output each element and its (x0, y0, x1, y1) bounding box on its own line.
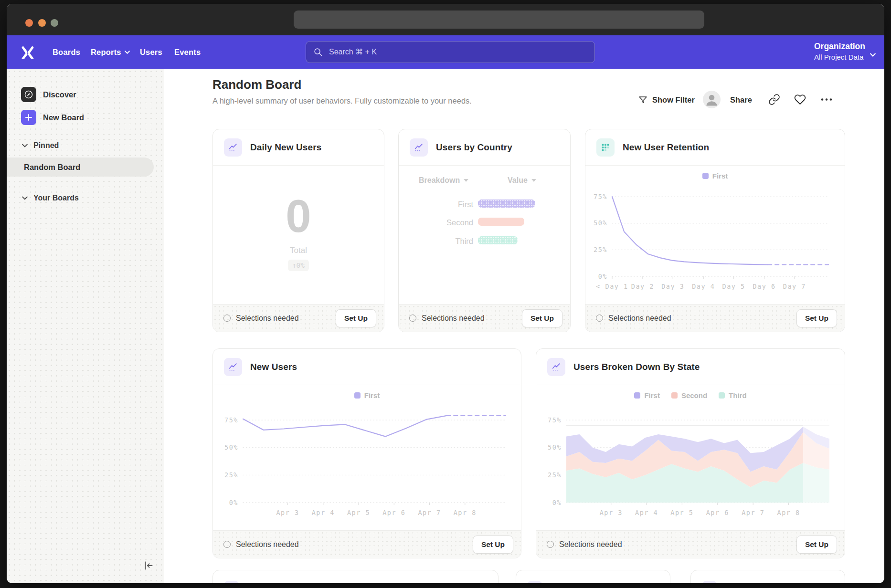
card-header: Insights Report (516, 570, 670, 583)
chart-legend: First Second Third (536, 389, 845, 401)
favorite-heart-icon[interactable] (794, 94, 806, 107)
app-window: Boards Reports Users Events (7, 4, 884, 583)
card-header: Stacked Line Graph (213, 570, 498, 583)
svg-text:Apr 6: Apr 6 (382, 509, 405, 516)
search-input[interactable] (328, 47, 594, 57)
value-bar (478, 218, 524, 226)
copy-link-icon[interactable] (768, 94, 780, 107)
line-chart-icon (224, 358, 242, 376)
zoom-button[interactable] (51, 19, 58, 27)
sidebar-section-pinned[interactable]: Pinned (22, 141, 59, 150)
card-users-by-country: Users by Country Breakdown Value First S… (398, 129, 571, 332)
svg-text:Apr 5: Apr 5 (670, 509, 693, 516)
metric-value: 0 (286, 193, 311, 239)
sidebar-item-new-board[interactable]: New Board (21, 110, 84, 125)
row-label: First (416, 200, 473, 209)
address-bar[interactable] (294, 10, 704, 29)
svg-text:25%: 25% (224, 471, 238, 479)
sidebar-item-random-board[interactable]: Random Board (7, 158, 154, 177)
set-up-button[interactable]: Set Up (796, 536, 837, 554)
chevron-down-icon (22, 144, 28, 147)
sidebar-section-your-boards[interactable]: Your Boards (22, 194, 79, 202)
nav-item-events[interactable]: Events (174, 35, 201, 69)
chevron-down-icon[interactable] (870, 50, 876, 59)
set-up-button[interactable]: Set Up (473, 536, 513, 554)
line-chart-icon (224, 138, 242, 157)
retention-chart: 75%50%25%0%< Day 1Day 2Day 3Day 4Day 5Da… (589, 182, 841, 301)
svg-text:0%: 0% (229, 499, 238, 506)
org-name: Organization (814, 40, 865, 52)
card-footer: Selections needed Set Up (399, 304, 570, 332)
top-navbar: Boards Reports Users Events (7, 35, 884, 69)
card-title: New User Retention (623, 142, 709, 153)
global-search[interactable] (306, 41, 595, 63)
value-column-header[interactable]: Value (508, 176, 536, 185)
svg-text:Day 2: Day 2 (631, 283, 654, 290)
card-stacked-line-graph: Stacked Line Graph (212, 570, 499, 583)
mixpanel-logo[interactable] (21, 45, 34, 59)
nav-item-reports[interactable]: Reports (91, 35, 130, 69)
card-header: Daily New Users (213, 129, 384, 166)
set-up-button[interactable]: Set Up (796, 309, 837, 327)
svg-text:Day 5: Day 5 (722, 283, 745, 290)
line-chart-icon (527, 581, 542, 583)
svg-text:Apr 7: Apr 7 (742, 509, 764, 516)
svg-text:25%: 25% (548, 471, 562, 479)
svg-text:Apr 3: Apr 3 (600, 509, 623, 516)
main-content: Random Board A high-level summary of use… (164, 69, 884, 583)
sidebar-item-discover[interactable]: Discover (21, 87, 76, 102)
sidebar-label: New Board (43, 113, 84, 122)
set-up-button[interactable]: Set Up (522, 309, 562, 327)
card-header: Users by Country (399, 129, 570, 166)
card-title: New Users (250, 362, 297, 372)
line-chart-icon (702, 581, 717, 583)
status-text: Selections needed (559, 540, 796, 549)
chart-legend: First (213, 389, 521, 401)
card-daily-new-users: Daily New Users 0 Total ↑0% Selections n… (212, 129, 384, 332)
chart-legend: First (585, 169, 845, 182)
svg-text:75%: 75% (594, 193, 607, 200)
legend-swatch-second (671, 392, 678, 399)
status-circle-icon (547, 541, 554, 548)
svg-text:50%: 50% (548, 443, 562, 451)
chevron-down-icon (22, 196, 28, 200)
svg-text:Apr 6: Apr 6 (706, 509, 729, 516)
status-circle-icon (223, 315, 231, 322)
search-icon (313, 47, 323, 57)
more-options-icon[interactable] (819, 94, 834, 107)
svg-text:25%: 25% (594, 246, 607, 253)
chevron-down-icon (125, 51, 130, 54)
org-switcher[interactable]: Organization All Project Data (814, 40, 865, 62)
svg-text:50%: 50% (594, 219, 607, 227)
share-button[interactable]: Share (730, 92, 752, 108)
caret-down-icon (531, 179, 536, 182)
nav-item-users[interactable]: Users (140, 35, 162, 69)
svg-text:Apr 7: Apr 7 (418, 509, 441, 516)
nav-item-boards[interactable]: Boards (53, 35, 80, 69)
svg-text:Apr 4: Apr 4 (312, 509, 335, 516)
status-text: Selections needed (236, 540, 473, 549)
show-filter-button[interactable]: Show Filter (638, 92, 695, 108)
row-label: Second (416, 218, 473, 227)
status-circle-icon (409, 315, 416, 322)
value-bar (478, 236, 518, 244)
card-header: Users Broken Down By State (536, 349, 845, 385)
svg-text:75%: 75% (548, 416, 562, 424)
retention-grid-icon (596, 138, 615, 157)
svg-text:Apr 3: Apr 3 (276, 509, 299, 516)
collapse-sidebar-icon[interactable] (142, 559, 155, 574)
set-up-button[interactable]: Set Up (336, 309, 376, 327)
metric-delta: ↑0% (288, 260, 309, 271)
line-chart-icon (224, 581, 239, 583)
card-footer: Selections needed Set Up (585, 304, 845, 332)
minimize-button[interactable] (38, 19, 46, 27)
close-button[interactable] (25, 19, 33, 27)
card-title: Users Broken Down By State (573, 362, 700, 372)
avatar[interactable] (703, 91, 721, 108)
compass-icon (21, 87, 36, 102)
filter-icon (638, 95, 648, 105)
card-new-user-retention: New User Retention First 75%50%25%0%< Da… (585, 129, 845, 332)
caret-down-icon (464, 179, 468, 182)
breakdown-column-header[interactable]: Breakdown (419, 176, 468, 185)
svg-text:Apr 4: Apr 4 (635, 509, 658, 516)
